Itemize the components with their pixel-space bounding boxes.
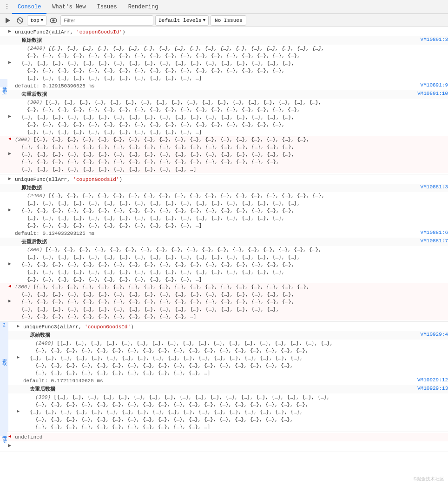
tab-rendering[interactable]: Rendering — [123, 0, 164, 14]
dda3cp[interactable]: ▶ — [8, 408, 22, 414]
ra2cb: {…}, {…}, {…}, {…}, {…}, {…}, {…}, {…}, … — [14, 207, 448, 214]
pl-body[interactable] — [14, 442, 448, 450]
raw-arr-2a: (2400) [{…}, {…}, {…}, {…}, {…}, {…}, {…… — [0, 192, 448, 200]
dedup-arr-2c: ▶ {…}, {…}, {…}, {…}, {…}, {…}, {…}, {…}… — [0, 261, 448, 268]
side-label-suo: 所 — [0, 85, 7, 87]
dda3cb: {…}, {…}, {…}, {…}, {…}, {…}, {…}, {…}, … — [22, 408, 448, 416]
rb1c: {…}, {…}, {…}, {…}, {…}, {…}, {…}, {…}, … — [14, 151, 448, 158]
levels-dropdown[interactable]: Default levels ▼ — [155, 15, 209, 26]
svg-marker-0 — [6, 18, 10, 23]
func-call-body-1: uniqueFunc2(allArr, 'couponGoodsId') — [14, 28, 448, 36]
dda3ab: (300) [{…}, {…}, {…}, {…}, {…}, {…}, {…}… — [22, 393, 448, 401]
eye-button[interactable] — [48, 15, 59, 26]
raw-array-line-1c: ▶ {…}, {…}, {…}, {…}, {…}, {…}, {…}, {…}… — [0, 60, 448, 67]
expand-prefix-1[interactable]: ▶ — [0, 28, 14, 34]
chevron-down-icon: ▼ — [41, 18, 43, 23]
dda2cp[interactable]: ▶ — [0, 261, 14, 266]
b1b: {…}, {…}, {…}, {…}, {…}, {…}, {…}, {…}, … — [14, 52, 448, 60]
dedup-arr-3e: {…}, {…}, {…}, {…}, {…}, {…}, {…}, {…}, … — [8, 423, 448, 431]
rr2cp[interactable]: ▶ — [0, 298, 14, 304]
rb1a: (300) [{…}, {…}, {…}, {…}, {…}, {…}, {…}… — [14, 136, 448, 143]
default-timing-2: default: 0.134033203125 ms VM10881:6 — [0, 229, 448, 238]
raw-arr-3d: {…}, {…}, {…}, {…}, {…}, {…}, {…}, {…}, … — [8, 362, 448, 369]
raw-label-text-3: 原始数据 — [30, 333, 50, 338]
dlt3: 去重后数据 — [22, 386, 414, 393]
dda3db: {…}, {…}, {…}, {…}, {…}, {…}, {…}, {…}, … — [22, 416, 448, 423]
func-name-3: uniqueFunc3(allArr, — [23, 324, 85, 330]
raw-source-2[interactable]: VM10881:3 — [417, 184, 448, 190]
no-issues-label: No Issues — [215, 18, 242, 23]
context-selector[interactable]: top ▼ — [27, 15, 46, 26]
menu-dots-icon[interactable]: ⋮ — [4, 3, 10, 11]
dedup-label-2: 去重后数据 VM10881:7 — [0, 238, 448, 246]
dedup-arr-2d: {…}, {…}, {…}, {…}, {…}, {…}, {…}, {…}, … — [0, 268, 448, 276]
block3-content: ▶ uniqueFunc3(allArr, 'couponGoodsId') 原… — [8, 323, 448, 431]
raw-label-1: 原始数据 — [21, 38, 42, 43]
no-issues-button[interactable]: No Issues — [211, 15, 246, 26]
raw-label-text-1: 原始数据 — [14, 37, 417, 44]
func-call-line-1: ▶ uniqueFunc2(allArr, 'couponGoodsId') — [0, 28, 448, 36]
da1c[interactable]: ▶ — [0, 113, 14, 119]
func-arg-3: 'couponGoodsId' — [85, 324, 131, 330]
dedup-array-1b: {…}, {…}, {…}, {…}, {…}, {…}, {…}, {…}, … — [0, 106, 448, 113]
dedup-source-1[interactable]: VM10891:10 — [414, 91, 448, 96]
dab1d: {…}, {…}, {…}, {…}, {…}, {…}, {…}, {…}, … — [14, 121, 448, 128]
dtb2: default: 0.134033203125 ms — [14, 230, 417, 237]
levels-label: Default levels — [158, 18, 201, 23]
ra3cp[interactable]: ▶ — [8, 354, 22, 360]
dedup-arr-2e: {…}, {…}, {…}, {…}, {…}, {…}, {…}, {…}, … — [0, 276, 448, 283]
func-arg-2: 'couponGoodsId' — [73, 177, 119, 182]
rp1c[interactable]: ▶ — [0, 151, 14, 156]
func-name-1: uniqueFunc2(allArr, — [15, 29, 76, 35]
raw-arr-2e: {…}, {…}, {…}, {…}, {…}, {…}, {…}, {…}, … — [0, 222, 448, 229]
func-name-2: uniqueFunc(allArr, — [15, 177, 73, 182]
dedup-array-1d: {…}, {…}, {…}, {…}, {…}, {…}, {…}, {…}, … — [0, 121, 448, 128]
ra3cb: {…}, {…}, {…}, {…}, {…}, {…}, {…}, {…}, … — [22, 354, 448, 362]
block-uniquefunc: ▶ uniqueFunc(allArr, 'couponGoodsId') 原始… — [0, 174, 448, 322]
rr2eb: {…}, {…}, {…}, {…}, {…}, {…}, {…}, {…}, … — [14, 313, 448, 320]
dda2cb: {…}, {…}, {…}, {…}, {…}, {…}, {…}, {…}, … — [14, 261, 448, 268]
prompt-line[interactable]: ▶ — [0, 441, 448, 451]
ra2cp[interactable]: ▶ — [0, 207, 14, 213]
tab-console[interactable]: Console — [12, 0, 46, 14]
ra2eb: {…}, {…}, {…}, {…}, {…}, {…}, {…}, {…}, … — [14, 222, 448, 229]
result-1e: {…}, {…}, {…}, {…}, {…}, {…}, {…}, {…}, … — [0, 166, 448, 173]
expand-prefix-2[interactable]: ▶ — [0, 176, 14, 181]
b1e: {…}, {…}, {…}, {…}, {…}, {…}, {…}, {…}, … — [14, 74, 448, 82]
func-call-line-2: ▶ uniqueFunc(allArr, 'couponGoodsId') — [0, 175, 448, 184]
result-1a: ◀ (300) [{…}, {…}, {…}, {…}, {…}, {…}, {… — [0, 136, 448, 143]
dda2bb: {…}, {…}, {…}, {…}, {…}, {…}, {…}, {…}, … — [14, 253, 448, 261]
dedup-source-3[interactable]: VM10929:13 — [414, 386, 448, 391]
raw-source-3[interactable]: VM10929:4 — [417, 332, 448, 337]
ra3db: {…}, {…}, {…}, {…}, {…}, {…}, {…}, {…}, … — [22, 362, 448, 369]
dedup-arr-3a: (300) [{…}, {…}, {…}, {…}, {…}, {…}, {…}… — [8, 393, 448, 401]
func-call-body-3: uniqueFunc3(allArr, 'couponGoodsId') — [22, 323, 448, 331]
svg-point-4 — [53, 19, 55, 21]
default-source-3[interactable]: VM10929:12 — [414, 377, 448, 383]
rr2ap: ◀ — [0, 283, 14, 289]
execute-button[interactable] — [3, 15, 13, 26]
default-source-1[interactable]: VM10891:9 — [417, 82, 448, 88]
clear-button[interactable] — [15, 15, 25, 26]
expand-prefix-3[interactable]: ▶ — [8, 323, 22, 329]
rr2cb: {…}, {…}, {…}, {…}, {…}, {…}, {…}, {…}, … — [14, 298, 448, 306]
filter-input[interactable] — [60, 15, 153, 26]
raw-array-line-1e: {…}, {…}, {…}, {…}, {…}, {…}, {…}, {…}, … — [0, 74, 448, 82]
side-label-qu: 取 — [0, 356, 7, 359]
b1a: (2400) [{…}, {…}, {…}, {…}, {…}, {…}, {…… — [14, 45, 448, 52]
raw-label-2: 原始数据 VM10881:3 — [0, 184, 448, 192]
dedup-source-2[interactable]: VM10881:7 — [417, 238, 448, 244]
p1c[interactable]: ▶ — [0, 60, 14, 65]
tab-whats-new[interactable]: What's New — [46, 0, 91, 14]
dt1: default: 0.129150390625 ms — [14, 82, 417, 90]
ra3eb: {…}, {…}, {…}, {…}, {…}, {…}, {…}, {…}, … — [22, 369, 448, 377]
ul-body: undefined — [14, 433, 448, 441]
dedup-arr-3c: ▶ {…}, {…}, {…}, {…}, {…}, {…}, {…}, {…}… — [8, 408, 448, 416]
console-controls-bar: top ▼ Default levels ▼ No Issues — [0, 14, 448, 27]
func-close-2: ) — [119, 177, 122, 182]
levels-chevron-icon: ▼ — [203, 18, 205, 23]
tab-issues[interactable]: Issues — [91, 0, 122, 14]
default-source-2[interactable]: VM10881:6 — [417, 230, 448, 235]
clear-icon — [17, 17, 23, 24]
raw-source-1[interactable]: VM10891:3 — [417, 37, 448, 42]
